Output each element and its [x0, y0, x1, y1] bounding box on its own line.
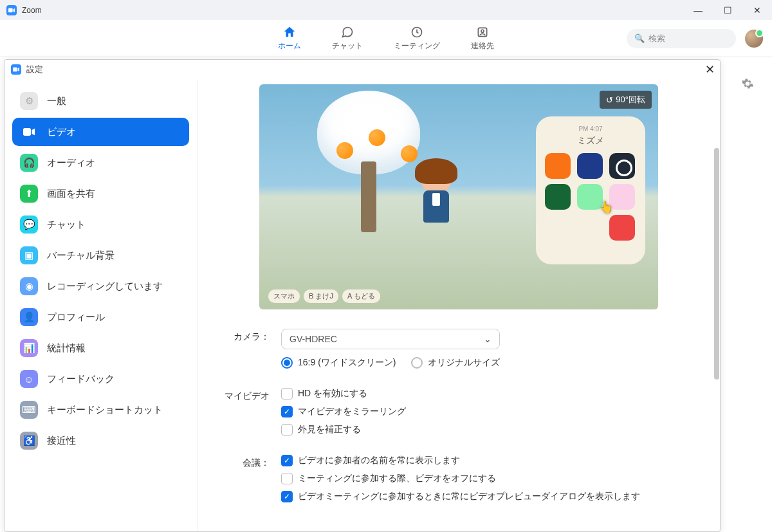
video-preview: ↺90°回転 PM 4:07 ミズメ — [259, 84, 658, 309]
settings-content: ↺90°回転 PM 4:07 ミズメ — [198, 79, 720, 531]
keyboard-icon: ⌨ — [20, 401, 38, 419]
window-close-button[interactable]: ✕ — [742, 0, 772, 20]
show-names-checkbox[interactable]: ✓ビデオに参加者の名前を常に表示します — [281, 455, 701, 466]
sidebar-item-virtual-bg[interactable]: ▣バーチャル背景 — [12, 241, 189, 270]
chevron-down-icon: ⌄ — [484, 334, 492, 344]
chat-bubble-icon: 💬 — [20, 216, 38, 234]
settings-titlebar: 設定 ✕ — [5, 60, 720, 79]
main-nav: ホーム チャット ミーティング 連絡先 🔍 検索 — [0, 20, 772, 57]
nav-tab-home[interactable]: ホーム — [278, 25, 301, 51]
video-icon — [20, 123, 38, 141]
chat-icon — [340, 25, 354, 39]
sidebar-item-keyboard[interactable]: ⌨キーボードショートカット — [12, 396, 189, 424]
meeting-label: 会議： — [217, 455, 281, 469]
image-icon: ▣ — [20, 246, 38, 264]
window-minimize-button[interactable]: — — [683, 0, 713, 20]
myvideo-label: マイビデオ — [217, 388, 281, 402]
home-icon — [282, 25, 297, 39]
sidebar-item-audio[interactable]: 🎧オーディオ — [12, 149, 189, 177]
hd-checkbox[interactable]: HD を有効にする — [281, 388, 701, 399]
nav-tab-chat[interactable]: チャット — [332, 25, 363, 51]
sidebar-item-video[interactable]: ビデオ — [12, 118, 189, 146]
preview-tree — [311, 84, 427, 258]
scrollbar[interactable] — [714, 71, 719, 529]
sidebar-item-accessibility[interactable]: ♿接近性 — [12, 427, 189, 455]
stats-icon: 📊 — [20, 339, 38, 357]
touchup-checkbox[interactable]: 外見を補正する — [281, 424, 701, 436]
smile-icon: ☺ — [20, 370, 38, 388]
hand-cursor-icon: 👆 — [599, 200, 613, 214]
record-icon: ◉ — [20, 277, 38, 295]
settings-sidebar: ⚙一般 ビデオ 🎧オーディオ ⬆画面を共有 💬チャット ▣バーチャル背景 ◉レコ… — [5, 79, 198, 531]
aspect-original-radio[interactable]: オリジナルサイズ — [411, 357, 500, 369]
zoom-app-icon — [6, 5, 17, 15]
sidebar-item-stats[interactable]: 📊統計情報 — [12, 334, 189, 362]
app-titlebar: Zoom — ☐ ✕ — [0, 0, 772, 20]
share-icon: ⬆ — [20, 185, 38, 203]
app-title: Zoom — [22, 6, 42, 15]
sidebar-item-general[interactable]: ⚙一般 — [12, 87, 189, 115]
nav-tab-meetings[interactable]: ミーティング — [394, 25, 440, 51]
sidebar-item-feedback[interactable]: ☺フィードバック — [12, 365, 189, 393]
sidebar-item-recording[interactable]: ◉レコーディングしています — [12, 272, 189, 300]
headphones-icon: 🎧 — [20, 154, 38, 172]
gear-icon: ⚙ — [20, 92, 38, 110]
sidebar-item-profile[interactable]: 👤プロフィール — [12, 303, 189, 331]
accessibility-icon: ♿ — [20, 432, 38, 450]
contacts-icon — [475, 25, 490, 39]
zoom-icon — [11, 64, 21, 75]
mirror-checkbox[interactable]: ✓マイビデオをミラーリング — [281, 406, 701, 417]
window-maximize-button[interactable]: ☐ — [713, 0, 742, 20]
nav-tab-contacts[interactable]: 連絡先 — [471, 25, 494, 51]
sidebar-item-chat[interactable]: 💬チャット — [12, 210, 189, 239]
preview-dialog-checkbox[interactable]: ✓ビデオミーティングに参加するときに常にビデオプレビューダイアログを表示します — [281, 491, 701, 502]
rotate-icon: ↺ — [606, 95, 613, 105]
camera-select[interactable]: GV-HDREC ⌄ — [281, 329, 500, 349]
search-icon: 🔍 — [634, 33, 645, 43]
settings-window: 設定 ✕ ⚙一般 ビデオ 🎧オーディオ ⬆画面を共有 💬チャット ▣バーチャル背… — [4, 59, 721, 532]
rotate-button[interactable]: ↺90°回転 — [600, 91, 652, 109]
preview-character — [414, 161, 459, 239]
search-input[interactable]: 🔍 検索 — [627, 29, 736, 48]
settings-gear-icon[interactable] — [741, 77, 754, 93]
aspect-169-radio[interactable]: 16:9 (ワイドスクリーン) — [281, 357, 396, 369]
settings-title-text: 設定 — [26, 64, 43, 75]
video-off-join-checkbox[interactable]: ミーティングに参加する際、ビデオをオフにする — [281, 473, 701, 484]
svg-point-2 — [481, 30, 484, 32]
clock-icon — [410, 25, 424, 39]
person-icon: 👤 — [20, 308, 38, 326]
settings-close-button[interactable]: ✕ — [705, 62, 715, 77]
camera-label: カメラ： — [217, 329, 281, 343]
sidebar-item-share[interactable]: ⬆画面を共有 — [12, 179, 189, 208]
preview-phone-ui: PM 4:07 ミズメ 👆 — [536, 116, 645, 264]
user-avatar[interactable] — [745, 30, 763, 48]
